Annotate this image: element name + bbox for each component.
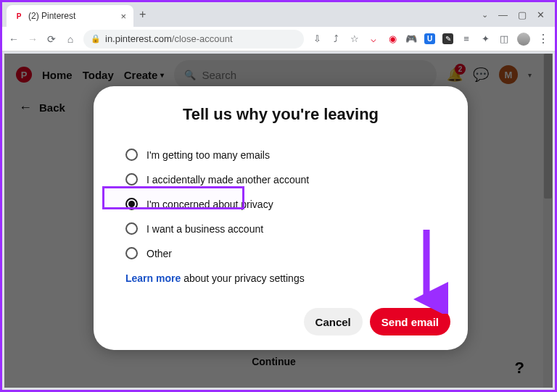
reason-options: I'm getting too many emails I accidental… (111, 149, 450, 259)
browser-tab[interactable]: P (2) Pinterest × (7, 5, 133, 27)
url-field[interactable]: 🔒 in.pinterest.com/close-account (83, 30, 304, 49)
modal-title: Tell us why you're leaving (111, 105, 450, 124)
url-path: /close-account (172, 33, 233, 44)
browser-tab-bar: P (2) Pinterest × + ⌄ — ▢ ✕ (2, 2, 555, 27)
pinterest-favicon: P (14, 11, 24, 21)
reason-label: I'm getting too many emails (147, 149, 270, 161)
lock-icon: 🔒 (91, 34, 101, 43)
share-icon[interactable]: ⤴ (330, 33, 342, 45)
radio-selected-icon (125, 198, 138, 210)
reason-label: I want a business account (147, 223, 263, 235)
side-panel-icon[interactable]: ◫ (498, 33, 510, 45)
radio-icon (125, 149, 138, 161)
reason-option-business[interactable]: I want a business account (125, 222, 450, 235)
tab-title: (2) Pinterest (28, 11, 116, 21)
extension-red-dot-icon[interactable]: ◉ (387, 33, 398, 45)
learn-more-text: about your privacy settings (181, 272, 304, 284)
url-domain: in.pinterest.com (105, 33, 172, 44)
extensions-puzzle-icon[interactable]: ✦ (479, 33, 491, 45)
reload-icon[interactable]: ⟳ (46, 33, 57, 45)
browser-menu-icon[interactable]: ⋮ (537, 32, 549, 46)
radio-icon (125, 173, 138, 185)
window-minimize-icon[interactable]: — (498, 9, 508, 20)
download-icon[interactable]: ⇩ (311, 33, 323, 45)
new-tab-button[interactable]: + (139, 8, 146, 21)
window-controls: ⌄ — ▢ ✕ (482, 9, 550, 20)
window-close-icon[interactable]: ✕ (537, 9, 545, 20)
browser-chrome: P (2) Pinterest × + ⌄ — ▢ ✕ ← → ⟳ ⌂ 🔒 in… (2, 2, 555, 51)
radio-icon (125, 222, 138, 235)
forward-icon[interactable]: → (27, 33, 38, 45)
back-icon[interactable]: ← (8, 33, 20, 45)
learn-more-row: Learn more about your privacy settings (111, 272, 450, 284)
radio-icon (125, 247, 138, 259)
pocket-icon[interactable]: ⌵ (368, 33, 379, 45)
window-maximize-icon[interactable]: ▢ (518, 9, 527, 20)
close-account-modal: Tell us why you're leaving I'm getting t… (94, 86, 468, 350)
send-email-button[interactable]: Send email (370, 308, 450, 335)
extension-controller-icon[interactable]: 🎮 (405, 33, 417, 45)
browser-extensions: ⇩ ⤴ ☆ ⌵ ◉ 🎮 U ✎ ≡ ✦ ◫ ⋮ (311, 32, 549, 46)
reading-list-icon[interactable]: ≡ (461, 33, 472, 45)
tab-dropdown-icon[interactable]: ⌄ (482, 10, 488, 20)
reason-option-duplicate-account[interactable]: I accidentally made another account (125, 173, 450, 185)
reason-option-other[interactable]: Other (125, 247, 450, 259)
reason-label: Other (147, 248, 172, 259)
modal-actions: Cancel Send email (111, 308, 450, 335)
reason-label: I accidentally made another account (147, 174, 309, 185)
home-icon[interactable]: ⌂ (65, 33, 76, 45)
learn-more-link[interactable]: Learn more (125, 272, 181, 284)
bookmark-star-icon[interactable]: ☆ (349, 33, 360, 45)
extension-u-icon[interactable]: U (424, 33, 435, 44)
browser-address-bar: ← → ⟳ ⌂ 🔒 in.pinterest.com/close-account… (2, 27, 555, 51)
close-tab-icon[interactable]: × (120, 11, 126, 22)
cancel-button[interactable]: Cancel (304, 308, 363, 335)
extension-compose-icon[interactable]: ✎ (442, 33, 453, 44)
reason-option-emails[interactable]: I'm getting too many emails (125, 149, 450, 161)
profile-avatar-icon[interactable] (517, 33, 530, 46)
reason-option-privacy[interactable]: I'm concerned about privacy (125, 198, 450, 210)
reason-label: I'm concerned about privacy (147, 199, 273, 210)
